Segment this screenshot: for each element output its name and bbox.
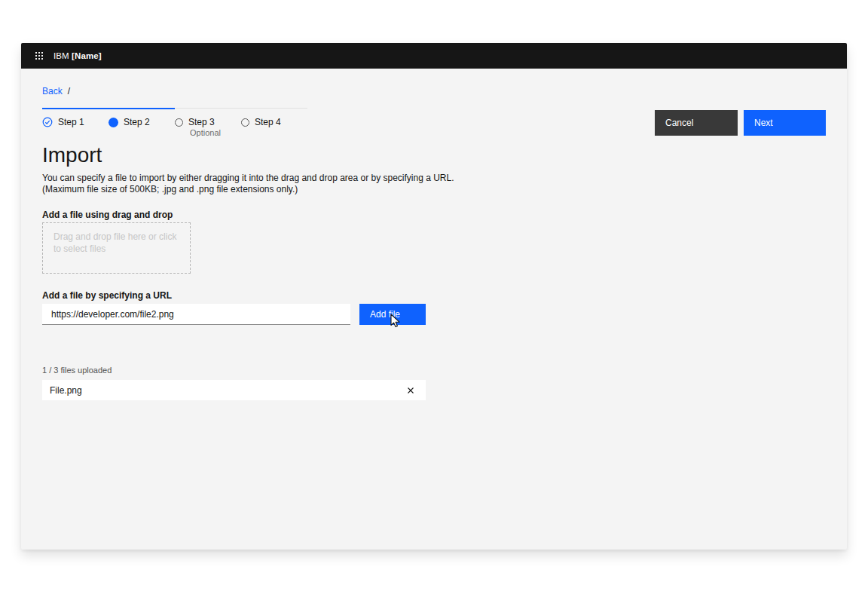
progress-step-4[interactable]: Step 4 xyxy=(241,108,307,137)
url-input[interactable] xyxy=(42,304,350,325)
page-description-line2: (Maximum file size of 500KB; .jpg and .p… xyxy=(42,184,298,194)
app-title-name: [Name] xyxy=(72,51,102,60)
step-label: Step 3 xyxy=(188,117,215,127)
app-header: IBM [Name] xyxy=(21,43,847,69)
circle-icon xyxy=(241,118,249,127)
drag-drop-label: Add a file using drag and drop xyxy=(42,210,173,220)
breadcrumb: Back / xyxy=(42,86,70,96)
step-label: Step 2 xyxy=(124,117,150,127)
progress-step-3[interactable]: Step 3 Optional xyxy=(175,108,241,137)
circle-icon xyxy=(175,118,183,127)
breadcrumb-separator: / xyxy=(68,86,70,96)
grid-dots-icon xyxy=(35,52,43,60)
drop-zone-hint: Drag and drop file here or click to sele… xyxy=(53,231,179,255)
app-title: IBM [Name] xyxy=(53,51,102,60)
import-wizard-card: IBM [Name] Back / Step 1 Step 2 xyxy=(21,43,847,550)
uploaded-file-name: File.png xyxy=(50,385,82,396)
page-description: You can specify a file to import by eith… xyxy=(42,173,454,195)
add-file-button[interactable]: Add file xyxy=(359,304,426,325)
step-sublabel: Optional xyxy=(190,128,241,137)
app-switcher-button[interactable] xyxy=(28,44,50,67)
app-title-product: IBM xyxy=(53,51,69,60)
close-icon xyxy=(407,387,414,394)
cancel-button[interactable]: Cancel xyxy=(655,110,738,136)
next-button[interactable]: Next xyxy=(744,110,826,136)
check-circle-icon xyxy=(42,117,53,127)
file-drop-zone[interactable]: Drag and drop file here or click to sele… xyxy=(42,222,191,274)
page-title: Import xyxy=(42,143,102,167)
uploaded-file-item: File.png xyxy=(42,380,426,400)
back-link[interactable]: Back xyxy=(42,86,63,96)
step-label: Step 4 xyxy=(255,117,281,127)
progress-step-2[interactable]: Step 2 xyxy=(108,108,175,137)
progress-step-1[interactable]: Step 1 xyxy=(42,108,108,137)
filled-circle-icon xyxy=(108,118,118,127)
url-upload-label: Add a file by specifying a URL xyxy=(42,290,172,301)
step-label: Step 1 xyxy=(58,117,84,127)
progress-indicator: Step 1 Step 2 Step 3 Optional Step 4 xyxy=(42,108,307,137)
remove-file-button[interactable] xyxy=(405,385,416,396)
upload-status: 1 / 3 files uploaded xyxy=(42,366,112,375)
page-description-line1: You can specify a file to import by eith… xyxy=(42,173,454,183)
